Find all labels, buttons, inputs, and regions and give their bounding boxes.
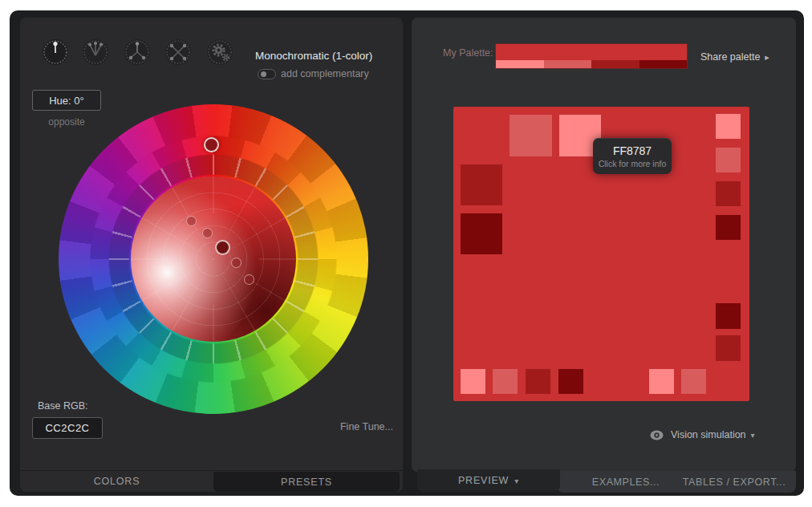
scheme-title: Monochromatic (1-color) <box>255 50 400 62</box>
preview-color-square[interactable] <box>716 114 741 139</box>
hue-marker[interactable] <box>204 137 219 152</box>
fine-tune-link[interactable]: Fine Tune... <box>340 421 393 432</box>
preview-color-square[interactable] <box>716 335 741 361</box>
variant-color-marker[interactable] <box>186 216 197 226</box>
scheme-tetrad-knob-icon[interactable] <box>164 39 192 66</box>
base-color-marker[interactable] <box>215 240 230 255</box>
preview-panel: My Palette: Share palette▸ FF8787 Click … <box>412 18 796 472</box>
share-arrow-icon: ▸ <box>765 52 769 62</box>
tooltip-hint: Click for more info <box>599 159 667 168</box>
palette-preview-canvas[interactable]: FF8787 Click for more info <box>453 107 749 401</box>
color-tooltip[interactable]: FF8787 Click for more info <box>593 138 672 174</box>
scheme-triad-knob-icon[interactable] <box>124 39 151 66</box>
vision-simulation-label: Vision simulation <box>671 429 746 440</box>
palette-strip-segment[interactable] <box>544 60 592 68</box>
scheme-freestyle-gears-icon[interactable] <box>206 39 233 66</box>
preview-color-square[interactable] <box>461 164 502 205</box>
caret-down-icon: ▾ <box>514 477 519 485</box>
variant-color-marker[interactable] <box>244 274 254 285</box>
share-palette-link[interactable]: Share palette▸ <box>700 51 769 63</box>
preview-color-square[interactable] <box>461 369 485 394</box>
color-wheel-panel: Monochromatic (1-color) add complementar… <box>20 18 403 492</box>
preview-color-square[interactable] <box>526 369 550 394</box>
preview-color-square[interactable] <box>716 181 741 206</box>
right-tab-bar: EXAMPLES... TABLES / EXPORT... <box>557 471 796 493</box>
palette-strip-segment[interactable] <box>591 60 639 68</box>
preview-color-square[interactable] <box>558 369 583 394</box>
preview-color-square[interactable] <box>461 213 502 254</box>
palette-strip[interactable] <box>496 44 687 68</box>
left-tab-bar: COLORS PRESETS <box>20 470 403 492</box>
tab-examples[interactable]: EXAMPLES... <box>581 471 671 493</box>
vision-simulation-control[interactable]: Vision simulation ▾ <box>650 429 755 440</box>
tooltip-hex-value: FF8787 <box>613 144 652 157</box>
toggle-dot-icon <box>261 71 266 77</box>
palette-strip-segment[interactable] <box>496 60 544 68</box>
tab-colors[interactable]: COLORS <box>20 471 213 492</box>
app-window: Monochromatic (1-color) add complementar… <box>10 10 804 496</box>
color-wheel[interactable] <box>59 104 368 414</box>
variant-color-marker[interactable] <box>231 258 242 268</box>
base-rgb-input[interactable] <box>32 417 103 439</box>
preview-color-square[interactable] <box>716 215 741 240</box>
palette-strip-main-color[interactable] <box>496 44 687 60</box>
add-complementary-toggle[interactable] <box>258 69 276 79</box>
preview-color-square[interactable] <box>716 303 741 329</box>
palette-strip-segment[interactable] <box>639 60 688 68</box>
preview-color-square[interactable] <box>510 115 552 156</box>
disc-polar-grid <box>131 176 296 342</box>
tab-preview[interactable]: PREVIEW ▾ <box>417 469 560 492</box>
preview-color-square[interactable] <box>493 369 518 394</box>
add-complementary-label: add complementary <box>281 68 369 79</box>
preview-color-square[interactable] <box>716 148 741 172</box>
add-complementary-row[interactable]: add complementary <box>258 68 369 79</box>
variant-color-marker[interactable] <box>202 228 213 238</box>
scheme-monochromatic-knob-icon[interactable] <box>42 39 69 66</box>
base-rgb-label: Base RGB: <box>38 400 88 412</box>
caret-down-icon: ▾ <box>751 431 755 440</box>
preview-color-square[interactable] <box>681 369 706 394</box>
my-palette-label: My Palette: <box>443 47 493 59</box>
tab-tables-export[interactable]: TABLES / EXPORT... <box>677 471 791 493</box>
preview-color-square[interactable] <box>649 369 674 394</box>
eye-icon <box>650 430 664 440</box>
scheme-adjacent-knob-icon[interactable] <box>82 39 109 66</box>
tab-presets[interactable]: PRESETS <box>213 472 400 492</box>
